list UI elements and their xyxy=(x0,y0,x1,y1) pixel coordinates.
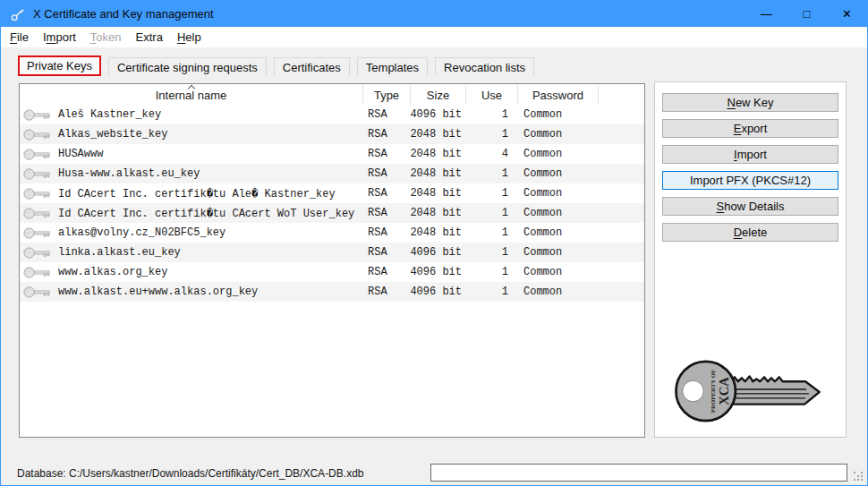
cell-size: 4096 bit xyxy=(411,262,466,282)
key-icon xyxy=(23,286,52,299)
menu-extra[interactable]: Extra xyxy=(129,29,170,46)
tab-templates[interactable]: Templates xyxy=(357,57,428,76)
table-body: Aleš Kastner_keyRSA4096 bit1CommonAlkas_… xyxy=(20,105,644,302)
import-pfx-pkcs-12-button[interactable]: Import PFX (PKCS#12) xyxy=(662,171,838,190)
tab-certificate-signing-requests[interactable]: Certificate signing requests xyxy=(108,57,267,76)
cell-filler xyxy=(599,262,644,282)
search-input[interactable] xyxy=(430,464,847,482)
cell-type: RSA xyxy=(363,105,411,124)
cell-type: RSA xyxy=(363,243,411,262)
cell-filler xyxy=(599,144,644,164)
cell-use: 1 xyxy=(466,105,518,124)
new-key-button[interactable]: New Key xyxy=(662,93,838,112)
cell-use: 1 xyxy=(466,164,518,183)
cell-size: 4096 bit xyxy=(411,243,466,262)
cell-password: Common xyxy=(518,124,599,144)
key-icon xyxy=(23,246,52,260)
cell-use: 1 xyxy=(466,262,518,282)
column-header-use[interactable]: Use xyxy=(466,84,518,105)
table-row[interactable]: www.alkast.eu+www.alkas.org_keyRSA4096 b… xyxy=(20,282,644,302)
main-area: Internal nameTypeSizeUsePassword Aleš Ka… xyxy=(1,76,867,461)
cell-internal-name: Aleš Kastner_key xyxy=(20,105,363,124)
cell-password: Common xyxy=(518,105,599,124)
cell-type: RSA xyxy=(363,223,411,243)
menu-file[interactable]: File xyxy=(3,29,36,46)
cell-filler xyxy=(599,223,644,243)
table-row[interactable]: Alkas_website_keyRSA2048 bit1Common xyxy=(20,124,644,144)
close-button[interactable]: ✕ xyxy=(827,1,867,27)
tab-private-keys[interactable]: Private Keys xyxy=(18,55,101,76)
cell-size: 2048 bit xyxy=(411,183,466,203)
menu-import[interactable]: Import xyxy=(36,29,83,46)
cell-internal-name: alkas@volny.cz_N02BFC5_key xyxy=(20,223,363,243)
xca-logo-key-image: PROPERTY OF XCA xyxy=(674,353,828,430)
column-header-size[interactable]: Size xyxy=(411,84,466,105)
cell-password: Common xyxy=(518,243,599,262)
cell-internal-name: www.alkas.org_key xyxy=(20,262,363,282)
cell-filler xyxy=(599,243,644,262)
maximize-button[interactable]: □ xyxy=(787,1,827,27)
window-controls: — □ ✕ xyxy=(746,1,867,27)
cell-type: RSA xyxy=(363,183,411,203)
key-icon xyxy=(23,128,52,141)
status-bar: Database: C:/Users/kastner/Downloads/Cer… xyxy=(1,461,867,485)
cell-size: 4096 bit xyxy=(411,282,466,302)
titlebar[interactable]: X Certificate and Key management — □ ✕ xyxy=(1,1,867,27)
cell-filler xyxy=(599,282,644,302)
export-button[interactable]: Export xyxy=(662,119,838,138)
table-row[interactable]: Id CAcert Inc. certifik�tu CAcert WoT Us… xyxy=(20,203,644,223)
table-row[interactable]: Husa-www.alkast.eu_keyRSA2048 bit1Common xyxy=(20,164,644,183)
cell-filler xyxy=(599,105,644,124)
cell-password: Common xyxy=(518,203,599,223)
cell-use: 4 xyxy=(466,144,518,164)
column-header-filler xyxy=(599,84,644,105)
cell-filler xyxy=(599,203,644,223)
database-path: Database: C:/Users/kastner/Downloads/Cer… xyxy=(1,467,363,480)
minimize-button[interactable]: — xyxy=(746,1,787,27)
delete-button[interactable]: Delete xyxy=(662,223,838,242)
column-header-type[interactable]: Type xyxy=(363,84,411,105)
resize-grip[interactable] xyxy=(854,472,864,482)
cell-use: 1 xyxy=(466,124,518,144)
app-key-icon xyxy=(11,7,25,21)
logo-text-large: XCA xyxy=(716,377,730,405)
cell-internal-name: HUSAwww xyxy=(20,144,363,164)
cell-password: Common xyxy=(518,144,599,164)
menubar: FileImportTokenExtraHelp xyxy=(1,27,867,47)
action-buttons: New KeyExportImportImport PFX (PKCS#12)S… xyxy=(655,82,846,242)
cell-filler xyxy=(599,124,644,144)
table-row[interactable]: HUSAwwwRSA2048 bit4Common xyxy=(20,144,644,164)
tab-bar: Private KeysCertificate signing requests… xyxy=(1,47,867,76)
cell-internal-name: linka.alkast.eu_key xyxy=(20,243,363,262)
cell-password: Common xyxy=(518,282,599,302)
key-icon xyxy=(23,167,52,181)
table-row[interactable]: alkas@volny.cz_N02BFC5_keyRSA2048 bit1Co… xyxy=(20,223,644,243)
cell-internal-name: Husa-www.alkast.eu_key xyxy=(20,164,363,183)
cell-internal-name: www.alkast.eu+www.alkas.org_key xyxy=(20,282,363,302)
column-header-internal-name[interactable]: Internal name xyxy=(20,84,363,105)
cell-password: Common xyxy=(518,223,599,243)
cell-filler xyxy=(599,164,644,183)
cell-size: 2048 bit xyxy=(411,223,466,243)
menu-help[interactable]: Help xyxy=(170,29,208,46)
key-icon xyxy=(23,207,52,220)
tab-revocation-lists[interactable]: Revocation lists xyxy=(435,57,534,76)
table-row[interactable]: www.alkas.org_keyRSA4096 bit1Common xyxy=(20,262,644,282)
tab-certificates[interactable]: Certificates xyxy=(274,57,350,76)
cell-use: 1 xyxy=(466,243,518,262)
cell-internal-name: Alkas_website_key xyxy=(20,124,363,144)
table-row[interactable]: linka.alkast.eu_keyRSA4096 bit1Common xyxy=(20,243,644,262)
table-row[interactable]: Id CAcert Inc. certifik�tu Ale� Kastner_… xyxy=(20,183,644,203)
show-details-button[interactable]: Show Details xyxy=(662,197,838,216)
cell-internal-name: Id CAcert Inc. certifik�tu CAcert WoT Us… xyxy=(20,203,363,223)
table-row[interactable]: Aleš Kastner_keyRSA4096 bit1Common xyxy=(20,105,644,124)
cell-internal-name: Id CAcert Inc. certifik�tu Ale� Kastner_… xyxy=(20,183,363,203)
table-header: Internal nameTypeSizeUsePassword xyxy=(20,84,644,105)
cell-use: 1 xyxy=(466,282,518,302)
cell-type: RSA xyxy=(363,144,411,164)
private-keys-table: Internal nameTypeSizeUsePassword Aleš Ka… xyxy=(19,83,645,438)
actions-panel: New KeyExportImportImport PFX (PKCS#12)S… xyxy=(654,81,847,438)
cell-size: 2048 bit xyxy=(411,144,466,164)
column-header-password[interactable]: Password xyxy=(518,84,599,105)
import-button[interactable]: Import xyxy=(662,145,838,164)
